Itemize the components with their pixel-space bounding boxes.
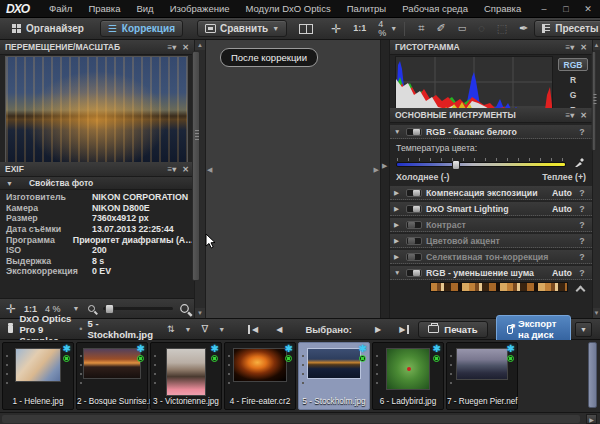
- horizontal-scrollbar[interactable]: ▶: [0, 412, 600, 424]
- mask-tool-icon[interactable]: ⬚: [491, 23, 513, 34]
- export-to-disk-button[interactable]: Экспорт на диск: [496, 315, 572, 343]
- thumbnail-helene[interactable]: ✱ 1 - Helene.jpg: [2, 342, 74, 410]
- thumbnail-victorienne[interactable]: ✱ 3 - Victorienne.jpg: [150, 342, 222, 410]
- collapse-triangle-icon[interactable]: ▶: [394, 221, 402, 229]
- menu-image[interactable]: Изображение: [162, 3, 238, 14]
- section-toggle[interactable]: [406, 221, 422, 229]
- help-icon[interactable]: ?: [576, 188, 588, 198]
- star-badge-icon[interactable]: ✱: [137, 343, 145, 354]
- thumbnail-image[interactable]: [386, 348, 430, 390]
- previous-image-button[interactable]: ◀: [267, 325, 291, 334]
- thumbnail-stockholm-selected[interactable]: ✱ 5 - Stockholm.jpg: [298, 342, 370, 410]
- close-icon[interactable]: ✕: [582, 4, 594, 14]
- scrollbar-thumb[interactable]: [2, 415, 580, 423]
- thumbnail-image[interactable]: [15, 348, 61, 382]
- filter-icon[interactable]: ∇: [195, 324, 214, 334]
- thumbnail-ladybird[interactable]: ✱ 6 - Ladybird.jpg: [372, 342, 444, 410]
- section-selective-tone[interactable]: ▶ Селективная тон-коррекция ?: [390, 250, 592, 264]
- collapse-triangle-icon[interactable]: ▶: [394, 253, 402, 261]
- menu-dxo-modules[interactable]: Модули DxO Optics: [238, 3, 339, 14]
- thumbnail-fire-eater[interactable]: ✱ 4 - Fire-eater.cr2: [224, 342, 296, 410]
- panel-menu-icon[interactable]: ≡▾: [566, 111, 575, 120]
- right-scrollbar[interactable]: ▲ ▼: [592, 40, 600, 318]
- help-icon[interactable]: ?: [576, 268, 588, 278]
- minimize-icon[interactable]: –: [538, 4, 550, 14]
- next-image-button[interactable]: ▶: [366, 325, 390, 334]
- first-image-button[interactable]: ◀: [239, 325, 267, 334]
- noise-preview-image[interactable]: [430, 282, 568, 292]
- panel-close-icon[interactable]: ✕: [580, 43, 587, 52]
- chevron-up-icon[interactable]: [577, 285, 584, 292]
- section-exposure-compensation[interactable]: ▶ Компенсация экспозиции Auto ?: [390, 186, 592, 200]
- image-viewer[interactable]: После коррекции ◀ ▶: [206, 40, 380, 318]
- star-badge-icon[interactable]: ✱: [285, 343, 293, 354]
- presets-button[interactable]: Пресеты ▼: [534, 20, 600, 37]
- print-button[interactable]: Печать: [418, 321, 487, 338]
- compare-button[interactable]: Сравнить ▼: [197, 20, 287, 37]
- channel-g-button[interactable]: G: [558, 88, 588, 101]
- thumbnail-image[interactable]: [233, 348, 287, 382]
- zoom-level-dropdown[interactable]: 4 % ▼: [372, 20, 397, 38]
- help-icon[interactable]: ?: [576, 204, 588, 214]
- thumbnail-image[interactable]: [456, 348, 508, 380]
- section-toggle[interactable]: [406, 237, 422, 245]
- thumbnail-image[interactable]: [83, 348, 141, 379]
- help-icon[interactable]: ?: [576, 220, 588, 230]
- correction-tab[interactable]: ☰ Коррекция: [100, 20, 183, 37]
- dual-view-button[interactable]: [299, 24, 313, 34]
- section-smart-lighting[interactable]: ▶ DxO Smart Lighting Auto ?: [390, 202, 592, 216]
- scroll-up-icon[interactable]: ▲: [593, 40, 600, 50]
- menu-workspace[interactable]: Рабочая среда: [394, 3, 476, 14]
- scroll-right-icon[interactable]: ▶: [586, 414, 597, 424]
- collapse-triangle-icon[interactable]: ▶: [394, 237, 402, 245]
- exif-section-header[interactable]: ▼ Свойства фото: [0, 177, 194, 190]
- collapse-arrow-icon[interactable]: ▶: [382, 162, 387, 170]
- collapse-triangle-icon[interactable]: ▼: [394, 128, 402, 135]
- main-image[interactable]: [212, 118, 374, 214]
- temperature-slider[interactable]: [396, 162, 566, 167]
- current-file-label[interactable]: 5 - Stockholm.jpg: [88, 318, 153, 340]
- collapse-triangle-icon[interactable]: ▶: [394, 189, 402, 197]
- scroll-down-icon[interactable]: ▼: [593, 308, 600, 318]
- export-options-dropdown[interactable]: ▼: [575, 322, 592, 337]
- pan-zoom-preview-image[interactable]: [5, 56, 188, 176]
- channel-rgb-button[interactable]: RGB: [558, 58, 588, 71]
- chevron-down-icon[interactable]: ▼: [185, 326, 192, 333]
- menu-file[interactable]: Файл: [41, 3, 80, 14]
- menu-view[interactable]: Вид: [128, 3, 161, 14]
- ratio-1-1-button[interactable]: 1:1: [347, 24, 372, 33]
- menu-edit[interactable]: Правка: [80, 3, 128, 14]
- panel-menu-icon[interactable]: ≡▾: [168, 43, 177, 52]
- zoom-out-icon[interactable]: [88, 305, 95, 312]
- filmstrip-scrollbar-thumb[interactable]: [588, 342, 597, 408]
- menu-help[interactable]: Справка: [476, 3, 529, 14]
- organizer-tab[interactable]: Органайзер: [6, 23, 90, 34]
- help-icon[interactable]: ?: [576, 252, 588, 262]
- crop-tool-icon[interactable]: ⌗: [412, 23, 430, 34]
- dust-removal-tool-icon[interactable]: ✐: [430, 23, 451, 34]
- section-noise-reduction[interactable]: ▼ RGB - уменьшение шума Auto ?: [390, 266, 592, 280]
- section-toggle[interactable]: [406, 189, 422, 197]
- move-tool-icon[interactable]: ✛: [325, 23, 347, 35]
- section-toggle[interactable]: [406, 269, 422, 277]
- help-icon[interactable]: ?: [576, 236, 588, 246]
- collapse-triangle-icon[interactable]: ▼: [394, 269, 402, 276]
- panel-divider[interactable]: ▶: [380, 40, 390, 318]
- panel-close-icon[interactable]: ✕: [182, 165, 189, 174]
- chevron-down-icon[interactable]: ▼: [218, 326, 225, 333]
- scroll-up-icon[interactable]: ▲: [195, 40, 205, 50]
- section-contrast[interactable]: ▶ Контраст ?: [390, 218, 592, 232]
- panel-menu-icon[interactable]: ≡▾: [168, 165, 177, 174]
- horizon-tool-icon[interactable]: ▭: [452, 24, 473, 33]
- section-white-balance[interactable]: ▼ RGB - баланс белого ?: [390, 125, 592, 139]
- zoom-in-icon[interactable]: [180, 304, 189, 313]
- move-tool-icon[interactable]: ✛: [6, 302, 16, 316]
- scrollbar-thumb[interactable]: [592, 51, 597, 151]
- star-badge-icon[interactable]: ✱: [359, 343, 367, 354]
- eyedropper-icon[interactable]: [574, 156, 586, 168]
- sort-icon[interactable]: ⇅: [161, 325, 181, 334]
- thumbnail-image[interactable]: [307, 348, 361, 379]
- star-badge-icon[interactable]: ✱: [507, 343, 515, 354]
- panel-menu-icon[interactable]: ≡▾: [566, 43, 575, 52]
- star-badge-icon[interactable]: ✱: [433, 343, 441, 354]
